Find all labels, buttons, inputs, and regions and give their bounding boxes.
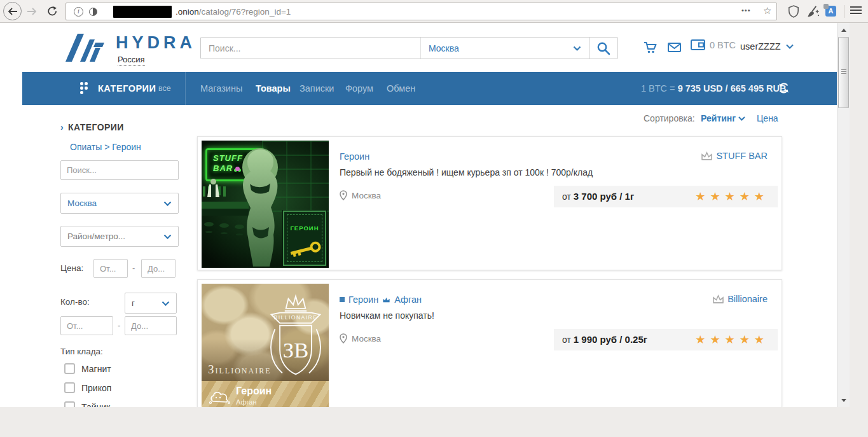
category-square-icon [340, 297, 345, 302]
url-domain: .onion [176, 7, 199, 17]
brand-region-link[interactable]: Россия [118, 55, 145, 66]
district-select[interactable]: Район/метро... [60, 226, 179, 247]
city-select[interactable]: Москва [60, 193, 179, 214]
chevron-down-icon [162, 301, 170, 306]
toolbar-separator [844, 5, 844, 18]
sidebar-categories-heading[interactable]: ›КАТЕГОРИИ [60, 122, 124, 132]
reload-button[interactable] [46, 4, 59, 17]
new-identity-button[interactable] [805, 4, 820, 18]
quantity-from-input[interactable] [60, 316, 113, 335]
district-placeholder: Район/метро... [67, 232, 125, 241]
price-value: 3 700 руб / 1г [574, 191, 634, 202]
reload-icon [47, 6, 58, 17]
listing-tag-link[interactable]: Афган [394, 295, 422, 305]
wallet-button[interactable]: 0 BTC [691, 39, 736, 50]
nav-item-exchange[interactable]: Обмен [387, 72, 415, 105]
stash-type-label: Тип клада: [60, 347, 103, 356]
chevron-down-icon [573, 46, 581, 51]
unit-select[interactable]: г [125, 293, 177, 314]
sidebar-search-input[interactable] [60, 160, 179, 180]
nav-item-forum[interactable]: Форум [345, 72, 373, 105]
categories-menu-button[interactable]: КАТЕГОРИИ [98, 72, 156, 105]
nav-item-goods[interactable]: Товары [256, 72, 291, 105]
wordmark-initial: З [208, 363, 216, 376]
bookmark-star-icon[interactable]: ☆ [763, 5, 771, 17]
btc-rate: 1 BTC = 9 735 USD / 665 495 RUB [641, 72, 787, 105]
listing-title-row: Героин [340, 151, 369, 162]
region-select[interactable]: Москва [420, 38, 589, 59]
url-bar[interactable]: i .onion/catalog/76?region_id=1 ••• ☆ [65, 3, 777, 20]
vertical-scrollbar[interactable] [837, 23, 850, 407]
listing-title-link[interactable]: Героин [340, 151, 369, 162]
broom-icon [806, 5, 820, 18]
url-text: .onion/catalog/76?region_id=1 [176, 7, 291, 17]
checkbox-label: Магнит [81, 364, 111, 374]
tor-circuit-icon[interactable] [89, 8, 97, 16]
hydra-logo-icon[interactable] [64, 31, 105, 66]
forward-button[interactable] [25, 5, 38, 18]
vendor-link[interactable]: Billionaire [712, 294, 768, 304]
rate-refresh-button[interactable] [778, 82, 790, 97]
range-dash: - [118, 321, 120, 330]
redacted-onion-address [113, 6, 172, 18]
sidebar-heading-label: КАТЕГОРИИ [68, 122, 124, 132]
vendor-name: STUFF BAR [716, 151, 768, 161]
search-input[interactable] [201, 38, 420, 59]
vendor-link[interactable]: STUFF BAR [701, 151, 768, 161]
crown-icon [701, 151, 713, 161]
scroll-up-button[interactable] [837, 24, 850, 36]
browser-toolbar: i .onion/catalog/76?region_id=1 ••• ☆ A [0, 0, 868, 23]
stash-option-stash[interactable]: Тайник [64, 401, 110, 407]
sort-by-price[interactable]: Цена [757, 113, 778, 123]
category-breadcrumb[interactable]: Опиаты > Героин [70, 142, 141, 152]
messages-button[interactable] [668, 43, 681, 55]
btc-rate-prefix: 1 BTC = [641, 83, 678, 94]
price-prefix: от [562, 191, 574, 202]
bartender-vest [211, 184, 216, 197]
stash-option-burial[interactable]: Прикоп [64, 382, 111, 393]
menu-board: ГЕРОИН [283, 211, 326, 266]
checkbox[interactable] [64, 401, 75, 407]
checkbox[interactable] [64, 363, 75, 374]
refresh-icon [778, 82, 790, 94]
cart-button[interactable] [644, 41, 658, 57]
translate-icon[interactable]: A [825, 6, 836, 17]
brand-title[interactable]: HYDRA [116, 33, 196, 53]
content: ›КАТЕГОРИИ Опиаты > Героин Москва Район/… [22, 105, 837, 407]
location-city: Москва [352, 334, 381, 343]
listing-title-link[interactable]: Героин [348, 295, 378, 305]
categories-all-link[interactable]: все [158, 72, 171, 105]
page-actions-icon[interactable]: ••• [741, 6, 751, 14]
listing-image[interactable]: STUFF BAR [202, 141, 329, 268]
chevron-down-icon [786, 44, 794, 49]
listing-image[interactable]: ЗILLIONAIRE BILLIONAIRE ЗВ [202, 284, 329, 407]
price-prefix: от [562, 335, 574, 345]
chevron-down-icon [738, 116, 745, 121]
shield-button[interactable] [787, 4, 801, 18]
price-from-input[interactable] [93, 259, 128, 278]
search-button[interactable] [589, 38, 617, 59]
user-menu[interactable]: userZZZZ [740, 41, 794, 52]
nav-item-shops[interactable]: Магазины [200, 72, 242, 105]
quantity-to-input[interactable] [125, 316, 177, 335]
rating-stars: ★★★★★ [695, 329, 769, 350]
stash-option-magnet[interactable]: Магнит [64, 363, 111, 374]
scrollbar-thumb[interactable] [838, 37, 849, 108]
groundhog-icon [208, 386, 232, 405]
scroll-down-button[interactable] [837, 394, 850, 406]
site-info-icon[interactable]: i [74, 7, 83, 17]
checkbox[interactable] [64, 382, 75, 393]
nav-item-notes[interactable]: Записки [300, 72, 334, 105]
sort-rating-label: Рейтинг [701, 113, 736, 123]
bar-stool [204, 222, 214, 226]
menu-button[interactable] [850, 6, 862, 15]
map-pin-icon [340, 190, 347, 200]
username: userZZZZ [740, 41, 781, 52]
back-button[interactable] [3, 2, 22, 20]
price-to-input[interactable] [141, 259, 176, 278]
sort-by-rating[interactable]: Рейтинг [701, 113, 745, 123]
chevron-right-icon: › [60, 122, 64, 132]
price-filter-label: Цена: [60, 263, 83, 273]
envelope-icon [668, 43, 681, 52]
listing-card: STUFF BAR [197, 136, 782, 270]
